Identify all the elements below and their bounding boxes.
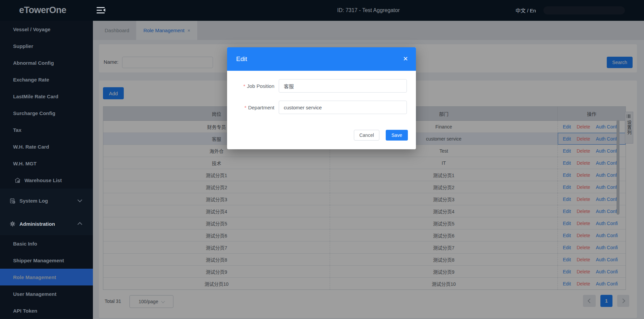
- sidebar-item-label: LastMile Rate Card: [13, 94, 58, 99]
- sidebar-item-tax[interactable]: Tax: [0, 121, 93, 138]
- sidebar-item-vessel-voyage[interactable]: Vessel / Voyage: [0, 21, 93, 38]
- gear-icon: [9, 220, 16, 227]
- sidebar-item-label: Exchange Rate: [13, 77, 49, 83]
- sidebar-item-shipper-management[interactable]: Shipper Management: [0, 252, 93, 269]
- sidebar-item-label: API Token: [13, 308, 37, 314]
- sidebar-item-label: User Management: [13, 291, 56, 297]
- dialog-title: Edit: [236, 47, 247, 71]
- warehouse-icon: [14, 177, 21, 183]
- edit-dialog: Edit × *Job Position*Department Cancel S…: [227, 47, 416, 149]
- form-row-job-position: *Job Position: [227, 79, 416, 93]
- redacted-username: [543, 6, 625, 14]
- field-label: *Job Position: [227, 79, 274, 93]
- sidebar-item-label: W.H. MGT: [13, 161, 37, 166]
- sidebar-item-label: System Log: [19, 198, 48, 204]
- sidebar-item-abnormal-config[interactable]: Abnormal Config: [0, 54, 93, 71]
- sidebar-item-basic-info[interactable]: Basic Info: [0, 235, 93, 252]
- field-label-text: Department: [248, 105, 274, 110]
- sidebar: Vessel / VoyageSupplierAbnormal ConfigEx…: [0, 21, 93, 319]
- sidebar-item-label: W.H. Rate Card: [13, 144, 49, 150]
- sidebar-item-lastmile-rate-card[interactable]: LastMile Rate Card: [0, 88, 93, 105]
- job-position-input[interactable]: [279, 79, 407, 93]
- sidebar-item-label: Administration: [19, 221, 55, 227]
- sidebar-item-w-h-mgt[interactable]: W.H. MGT: [0, 155, 93, 172]
- dialog-header: Edit ×: [227, 47, 416, 71]
- sidebar-item-role-management[interactable]: Role Management: [0, 269, 93, 285]
- required-asterisk: *: [245, 105, 247, 110]
- sidebar-item-supplier[interactable]: Supplier: [0, 38, 93, 54]
- sidebar-item-label: Basic Info: [13, 241, 37, 247]
- close-icon[interactable]: ×: [403, 54, 408, 64]
- required-asterisk: *: [243, 83, 245, 89]
- sidebar-item-label: Warehouse List: [24, 177, 62, 183]
- sidebar-item-administration[interactable]: Administration: [0, 215, 93, 232]
- sidebar-menu: Vessel / VoyageSupplierAbnormal ConfigEx…: [0, 21, 93, 319]
- language-switch[interactable]: 中文 / En: [516, 7, 536, 14]
- sidebar-item-warehouse-list[interactable]: Warehouse List: [0, 172, 93, 189]
- chevron-down-icon: [77, 198, 82, 202]
- sidebar-item-surcharge-config[interactable]: Surcharge Config: [0, 105, 93, 121]
- cancel-button[interactable]: Cancel: [354, 130, 379, 141]
- sidebar-item-user-management[interactable]: User Management: [0, 285, 93, 302]
- chevron-up-icon: [77, 222, 82, 227]
- field-label-text: Job Position: [247, 83, 274, 89]
- top-bar: eTowerOne ID: 7317 - Test Aggregator 中文 …: [0, 0, 644, 21]
- form-row-department: *Department: [227, 101, 416, 114]
- sidebar-item-system-log[interactable]: System Log: [0, 192, 93, 209]
- sidebar-item-label: Tax: [13, 127, 21, 133]
- sidebar-item-api-token[interactable]: API Token: [0, 302, 93, 319]
- sidebar-item-label: Abnormal Config: [13, 60, 54, 66]
- app-window: eTowerOne ID: 7317 - Test Aggregator 中文 …: [0, 0, 644, 319]
- department-input[interactable]: [279, 101, 407, 114]
- log-icon: [9, 197, 16, 204]
- sidebar-item-label: Surcharge Config: [13, 110, 55, 116]
- sidebar-item-label: Shipper Management: [13, 258, 64, 263]
- sidebar-item-w-h-rate-card[interactable]: W.H. Rate Card: [0, 138, 93, 155]
- sidebar-item-label: Role Management: [13, 274, 56, 280]
- sidebar-item-exchange-rate[interactable]: Exchange Rate: [0, 71, 93, 88]
- sidebar-item-label: Supplier: [13, 43, 33, 49]
- save-button[interactable]: Save: [386, 130, 408, 141]
- field-label: *Department: [227, 101, 274, 114]
- app-logo: eTowerOne: [19, 5, 66, 15]
- sidebar-item-label: Vessel / Voyage: [13, 26, 50, 32]
